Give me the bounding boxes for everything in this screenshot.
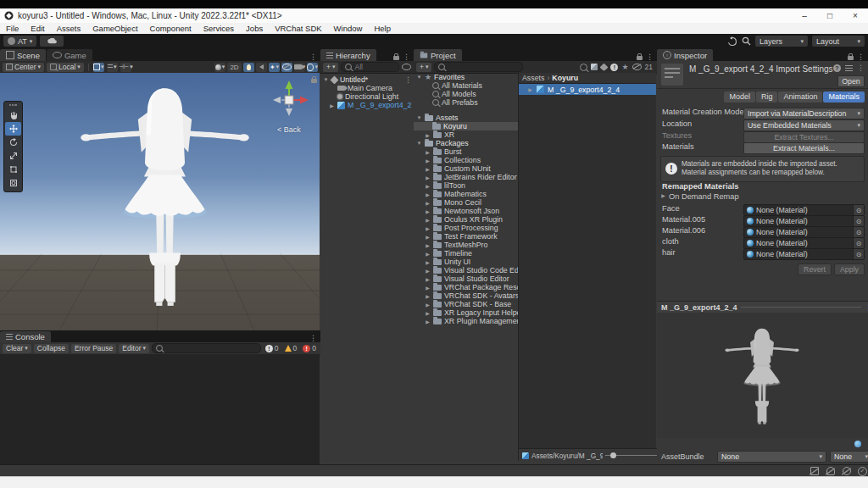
info-count[interactable]: !0 <box>264 344 281 352</box>
foldout-closed-icon[interactable]: ▶ <box>425 208 431 214</box>
cloud-button[interactable] <box>40 36 64 47</box>
tab-rig[interactable]: Rig <box>756 92 778 103</box>
foldout-open-icon[interactable]: ▼ <box>416 115 422 120</box>
assetbundle-dropdown[interactable]: None▾ <box>717 451 826 463</box>
package-item[interactable]: ▶JetBrains Rider Editor <box>414 173 518 181</box>
foldout-open-icon[interactable]: ▼ <box>416 75 422 80</box>
menu-gameobject[interactable]: GameObject <box>86 24 143 33</box>
package-item[interactable]: ▶Newtonsoft Json <box>414 207 518 215</box>
package-item[interactable]: ▶Oculus XR Plugin <box>414 215 518 224</box>
tab-model[interactable]: Model <box>724 92 755 103</box>
kebab-menu-icon[interactable]: ⋮ <box>403 53 410 61</box>
kebab-menu-icon[interactable]: ⋮ <box>857 64 865 72</box>
collapse-toggle[interactable]: Collapse <box>34 344 69 353</box>
package-icon[interactable] <box>591 64 598 70</box>
gizmos-dropdown[interactable]: ▾ <box>307 63 318 72</box>
menu-component[interactable]: Component <box>144 24 198 33</box>
tab-scene[interactable]: Scene <box>0 49 46 61</box>
package-item[interactable]: ▶Post Processing <box>414 224 518 232</box>
kebab-menu-icon[interactable]: ⋮ <box>857 53 865 61</box>
foldout-closed-icon[interactable]: ▶ <box>425 149 431 155</box>
close-button[interactable]: × <box>843 11 868 20</box>
foldout-closed-icon[interactable]: ▶ <box>425 319 431 324</box>
revert-button[interactable]: Revert <box>798 263 832 275</box>
pivot-dropdown[interactable]: Center▾ <box>3 63 44 72</box>
align-tool[interactable]: ⊣⊢▾ <box>120 63 131 72</box>
favorite-all-materials[interactable]: All Materials <box>414 81 518 90</box>
object-picker-icon[interactable]: ⊙ <box>853 205 864 215</box>
kebab-menu-icon[interactable]: ⋮ <box>865 303 868 312</box>
foldout-closed-icon[interactable]: ▶ <box>425 302 431 308</box>
preview-drag-line[interactable] <box>741 307 861 308</box>
package-item[interactable]: ▶Timeline <box>414 249 518 258</box>
clear-button[interactable]: Clear▾ <box>3 344 31 353</box>
menu-jobs[interactable]: Jobs <box>240 24 269 33</box>
effects-dropdown[interactable]: ✦▾ <box>269 63 280 72</box>
apply-button[interactable]: Apply <box>834 263 865 275</box>
material-object-field[interactable]: None (Material)⊙ <box>743 215 865 227</box>
scene-picking-icon[interactable] <box>402 64 411 70</box>
location-dropdown[interactable]: Use Embedded Materials▾ <box>743 119 865 131</box>
object-picker-icon[interactable]: ⊙ <box>853 227 864 237</box>
audio-toggle[interactable] <box>256 63 267 72</box>
packages-label[interactable]: Packages <box>436 139 469 147</box>
package-item[interactable]: ▶TextMeshPro <box>414 241 518 249</box>
object-picker-icon[interactable]: ⊙ <box>853 249 864 259</box>
favorite-all-prefabs[interactable]: All Prefabs <box>414 98 518 107</box>
favorites-label[interactable]: Favorites <box>434 73 465 81</box>
foldout-closed-icon[interactable]: ▶ <box>425 285 431 291</box>
kebab-menu-icon[interactable]: ⋮ <box>646 53 654 61</box>
object-picker-icon[interactable]: ⊙ <box>853 216 864 226</box>
menu-assets[interactable]: Assets <box>51 24 87 33</box>
menu-window[interactable]: Window <box>328 24 369 33</box>
camera-dropdown[interactable]: ▾ <box>294 63 305 72</box>
lighting-toggle[interactable] <box>243 63 254 72</box>
slider-knob[interactable] <box>610 452 616 458</box>
menu-edit[interactable]: Edit <box>25 24 50 33</box>
menu-vrchat-sdk[interactable]: VRChat SDK <box>269 24 327 33</box>
assetbundle-variant-dropdown[interactable]: None▾ <box>830 451 868 463</box>
collaborate-disabled-icon[interactable] <box>841 467 852 476</box>
layout-dropdown[interactable]: Layout ▾ <box>812 36 865 47</box>
folder-xr[interactable]: ▶XR <box>414 130 518 139</box>
info-icon[interactable]: ! <box>610 64 618 71</box>
package-item[interactable]: ▶Burst <box>414 147 518 156</box>
error-pause-toggle[interactable]: Error Pause <box>71 344 116 353</box>
foldout-closed-icon[interactable]: ▶ <box>425 217 431 223</box>
breadcrumb-root[interactable]: Assets <box>522 74 544 82</box>
package-item[interactable]: ▶VRChat SDK - Avatars <box>414 291 518 300</box>
package-item[interactable]: ▶Custom NUnit <box>414 164 518 173</box>
scene-visibility-toggle[interactable] <box>281 63 292 72</box>
package-item[interactable]: ▶VRChat Package Resolver T <box>414 283 518 291</box>
tab-game[interactable]: Game <box>47 49 92 61</box>
maximize-button[interactable]: □ <box>817 11 843 20</box>
breadcrumb-current[interactable]: Koyuru <box>552 74 578 82</box>
transform-tool[interactable] <box>5 176 21 190</box>
on-demand-remap-foldout[interactable]: ▶On Demand Remap <box>660 192 739 201</box>
scene-viewport[interactable]: < Back <box>0 73 320 330</box>
package-item[interactable]: ▶Visual Studio Editor <box>414 274 518 283</box>
kebab-menu-icon[interactable]: ⋮ <box>404 75 414 84</box>
foldout-closed-icon[interactable]: ▶ <box>425 158 431 164</box>
progress-ok-icon[interactable]: ✓ <box>857 467 868 476</box>
increment-snap-toggle[interactable]: ▾ <box>107 63 118 72</box>
grid-snap-toggle[interactable]: ▾ <box>93 63 104 72</box>
kebab-menu-icon[interactable]: ⋮ <box>309 53 317 61</box>
character-model[interactable] <box>74 83 256 308</box>
cache-server-disabled-icon[interactable] <box>825 467 836 476</box>
assets-label[interactable]: Assets <box>436 114 458 122</box>
warning-count[interactable]: 0 <box>283 344 299 352</box>
foldout-closed-icon[interactable]: ▶ <box>425 293 431 299</box>
foldout-closed-icon[interactable]: ▶ <box>425 183 431 189</box>
package-item[interactable]: ▶Unity UI <box>414 258 518 266</box>
help-icon[interactable]: ? <box>833 64 841 72</box>
minimize-button[interactable]: – <box>792 11 817 20</box>
open-button[interactable]: Open <box>837 75 865 87</box>
search-icon[interactable] <box>742 36 751 46</box>
console-log-area[interactable] <box>0 354 320 464</box>
2d-toggle[interactable]: 2D <box>227 63 242 72</box>
foldout-closed-icon[interactable]: ▶ <box>425 132 431 138</box>
foldout-open-icon[interactable]: ▼ <box>323 77 329 82</box>
create-dropdown[interactable]: +▾ <box>323 63 338 72</box>
package-item[interactable]: ▶Visual Studio Code Editor <box>414 266 518 274</box>
